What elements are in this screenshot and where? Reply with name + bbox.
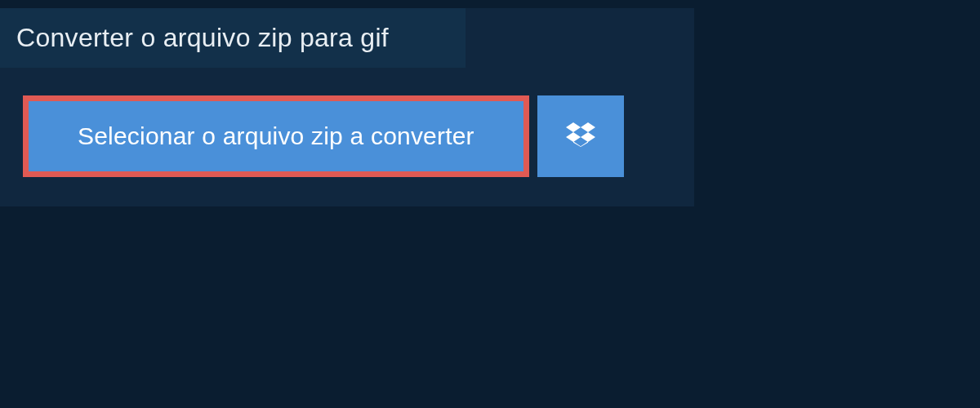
page-title: Converter o arquivo zip para gif xyxy=(16,23,449,53)
converter-panel: Converter o arquivo zip para gif Selecio… xyxy=(0,8,694,206)
dropbox-icon xyxy=(566,120,595,153)
button-row: Selecionar o arquivo zip a converter xyxy=(0,68,694,206)
select-file-label: Selecionar o arquivo zip a converter xyxy=(78,122,474,150)
dropbox-button[interactable] xyxy=(537,95,624,177)
title-bar: Converter o arquivo zip para gif xyxy=(0,8,466,68)
select-file-button[interactable]: Selecionar o arquivo zip a converter xyxy=(23,95,529,177)
